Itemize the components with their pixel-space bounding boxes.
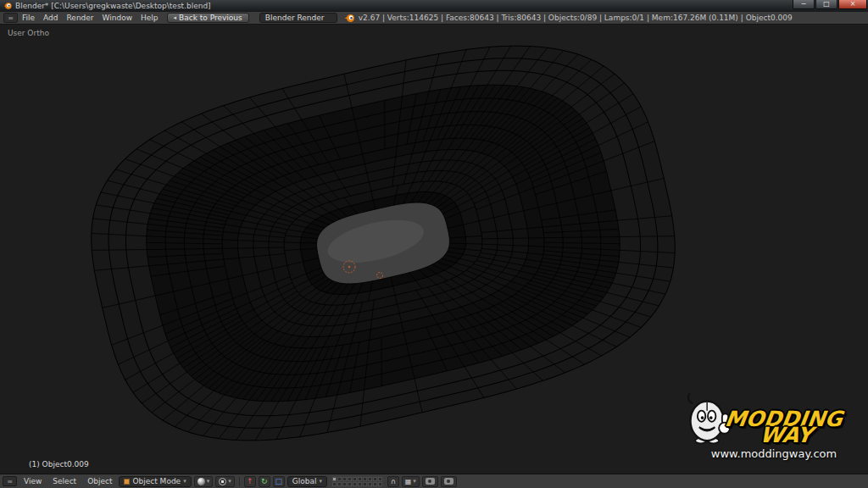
menu-window[interactable]: Window (98, 14, 137, 22)
render-engine-select[interactable]: Blender Render (259, 13, 337, 23)
menu-add[interactable]: Add (39, 14, 62, 22)
pivot-center-button[interactable]: ▾ (215, 476, 235, 487)
manipulator-rotate-button[interactable]: ↻ (259, 476, 270, 487)
menu-object[interactable]: Object (83, 477, 116, 485)
magnet-icon: ∩ (391, 478, 396, 485)
shading-sphere-icon (198, 478, 205, 485)
interaction-mode-label: Object Mode (132, 477, 181, 485)
window-controls: − □ × (793, 0, 867, 9)
viewport-3d[interactable]: User Ortho (1) Object0.009 (0, 25, 868, 474)
back-to-previous-button[interactable]: ◂ Back to Previous (167, 13, 249, 23)
opengl-render-anim-button[interactable] (441, 476, 457, 487)
menu-render[interactable]: Render (63, 14, 98, 22)
chevron-down-icon: ▾ (413, 478, 416, 485)
info-header: ≡ File Add Render Window Help ◂ Back to … (0, 12, 868, 25)
view-orientation-label: User Ortho (8, 29, 49, 37)
back-icon: ◂ (174, 14, 177, 21)
snap-element-icon: ▦ (405, 478, 412, 485)
moddingway-watermark: MODDING WAY www.moddingway.com (685, 392, 863, 460)
maximize-button[interactable]: □ (815, 0, 837, 9)
snap-element-button[interactable]: ▦ ▾ (402, 476, 420, 487)
menu-help[interactable]: Help (136, 14, 163, 22)
manipulator-translate-button[interactable]: ↑ (244, 476, 256, 487)
blender-app-icon (3, 2, 12, 10)
window-title: Blender* [C:\Users\gregkwaste\Desktop\te… (15, 2, 211, 10)
chevron-down-icon: ▾ (207, 478, 210, 485)
object-mode-icon (124, 479, 130, 485)
close-button[interactable]: × (838, 0, 867, 9)
menu-select[interactable]: Select (48, 477, 81, 485)
blender-logo-icon (344, 14, 355, 23)
menu-file[interactable]: File (18, 14, 39, 22)
blender-window: Blender* [C:\Users\gregkwaste\Desktop\te… (0, 0, 868, 488)
opengl-render-button[interactable] (422, 476, 438, 487)
manipulator-scale-button[interactable]: □ (273, 476, 285, 487)
editor-type-button[interactable]: ≡ (3, 13, 18, 23)
camera-icon (426, 478, 435, 485)
viewport-shading-button[interactable]: ▾ (194, 476, 214, 487)
active-object-label: (1) Object0.009 (29, 460, 89, 469)
layers-widget[interactable] (332, 477, 382, 486)
transform-orientation-select[interactable]: Global ▾ (287, 476, 327, 487)
pivot-point-icon (219, 478, 226, 485)
render-engine-label: Blender Render (265, 14, 325, 22)
chevron-down-icon: ▾ (183, 478, 186, 485)
viewport-header: ≡ View Select Object Object Mode ▾ ▾ ▾ ↑… (0, 474, 868, 488)
rotate-arc-icon: ↻ (261, 477, 268, 485)
interaction-mode-select[interactable]: Object Mode ▾ (119, 476, 191, 487)
editor-type-icon: ≡ (8, 14, 14, 22)
minimize-button[interactable]: − (793, 0, 815, 9)
moddingway-brand: MODDING WAY (721, 410, 843, 445)
viewport-editor-type-button[interactable]: ≡ (3, 476, 17, 486)
translate-arrow-icon: ↑ (247, 477, 253, 485)
scene-statistics: v2.67 | Verts:114625 | Faces:80643 | Tri… (359, 14, 793, 22)
camera-animation-icon (444, 478, 453, 485)
viewport-editor-type-icon: ≡ (7, 478, 13, 485)
moddingway-url: www.moddingway.com (685, 447, 863, 460)
snap-toggle-button[interactable]: ∩ (387, 476, 399, 487)
chevron-down-icon: ▾ (228, 478, 231, 485)
chevron-down-icon: ▾ (319, 478, 322, 485)
titlebar: Blender* [C:\Users\gregkwaste\Desktop\te… (0, 0, 868, 12)
scale-box-icon: □ (275, 477, 282, 485)
menu-view[interactable]: View (19, 477, 46, 485)
back-to-previous-label: Back to Previous (179, 14, 242, 22)
separator (239, 477, 240, 486)
transform-orientation-label: Global (292, 477, 317, 485)
